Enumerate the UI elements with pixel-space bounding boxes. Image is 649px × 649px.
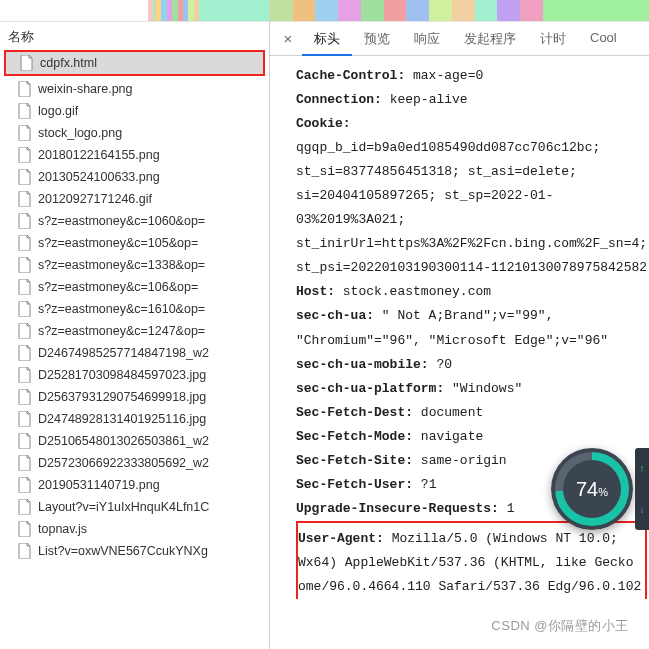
file-row[interactable]: Layout?v=iY1uIxHnquK4Lfn1C [0,496,269,518]
file-name: s?z=eastmoney&c=1060&op= [38,214,205,228]
header-row: Sec-Fetch-Mode: navigate [296,425,649,449]
close-icon[interactable]: × [274,30,302,47]
file-name: Layout?v=iY1uIxHnquK4Lfn1C [38,500,209,514]
file-row[interactable]: D25106548013026503861_w2 [0,430,269,452]
tab-标头[interactable]: 标头 [302,22,352,56]
tab-预览[interactable]: 预览 [352,22,402,56]
header-key: Host: [296,284,335,299]
gauge-value: 74% [576,478,608,501]
selection-highlight: cdpfx.html [4,50,265,76]
file-row[interactable]: stock_logo.png [0,122,269,144]
tab-bar: × 标头预览响应发起程序计时Cool [270,22,649,56]
header-key: Connection: [296,92,382,107]
file-row[interactable]: s?z=eastmoney&c=105&op= [0,232,269,254]
file-row[interactable]: D24748928131401925116.jpg [0,408,269,430]
file-row[interactable]: D25637931290754699918.jpg [0,386,269,408]
file-name: cdpfx.html [40,56,97,70]
file-name: weixin-share.png [38,82,133,96]
file-list: cdpfx.htmlweixin-share.pnglogo.gifstock_… [0,50,269,649]
file-icon [18,389,32,405]
file-row[interactable]: 20180122164155.png [0,144,269,166]
header-row: sec-ch-ua-platform: "Windows" [296,377,649,401]
file-icon [20,55,34,71]
file-name: s?z=eastmoney&c=106&op= [38,280,198,294]
file-icon [18,367,32,383]
file-row[interactable]: 20120927171246.gif [0,188,269,210]
file-icon [18,147,32,163]
file-name: s?z=eastmoney&c=1610&op= [38,302,205,316]
file-row[interactable]: logo.gif [0,100,269,122]
header-value: qgqp_b_id=b9a0ed1085490dd087cc706c12bc; … [296,140,647,275]
file-row[interactable]: s?z=eastmoney&c=1060&op= [0,210,269,232]
header-key: Cache-Control: [296,68,405,83]
header-value: 1 [499,501,515,516]
file-name: 20130524100633.png [38,170,160,184]
waterfall-strip-right [270,0,649,22]
header-key: User-Agent: [298,531,384,546]
file-row[interactable]: topnav.js [0,518,269,540]
file-row[interactable]: s?z=eastmoney&c=106&op= [0,276,269,298]
header-row: Connection: keep-alive [296,88,649,112]
file-row[interactable]: List?v=oxwVNE567CcukYNXg [0,540,269,562]
header-row: Cache-Control: max-age=0 [296,64,649,88]
performance-gauge[interactable]: 74% [551,448,633,530]
file-row[interactable]: D25281703098484597023.jpg [0,364,269,386]
file-name: topnav.js [38,522,87,536]
file-name: List?v=oxwVNE567CcukYNXg [38,544,208,558]
file-row[interactable]: D25723066922333805692_w2 [0,452,269,474]
header-row: sec-ch-ua-mobile: ?0 [296,353,649,377]
file-row[interactable]: s?z=eastmoney&c=1338&op= [0,254,269,276]
header-value: stock.eastmoney.com [335,284,491,299]
column-header-name[interactable]: 名称 [0,22,269,50]
header-key: sec-ch-ua-platform: [296,381,444,396]
header-value: keep-alive [382,92,468,107]
waterfall-strip [0,0,269,22]
file-row[interactable]: 20130524100633.png [0,166,269,188]
tab-发起程序[interactable]: 发起程序 [452,22,528,56]
header-key: Sec-Fetch-User: [296,477,413,492]
file-row[interactable]: s?z=eastmoney&c=1247&op= [0,320,269,342]
header-value: navigate [413,429,483,444]
header-value: same-origin [413,453,507,468]
file-icon [18,301,32,317]
file-name: 20190531140719.png [38,478,160,492]
user-agent-highlight: User-Agent: Mozilla/5.0 (Windows NT 10.0… [296,521,647,599]
file-name: D24748928131401925116.jpg [38,412,206,426]
tab-Cool[interactable]: Cool [578,22,629,56]
file-row[interactable]: s?z=eastmoney&c=1610&op= [0,298,269,320]
headers-view[interactable]: Cache-Control: max-age=0Connection: keep… [270,56,649,649]
file-icon [18,257,32,273]
file-name: D24674985257714847198_w2 [38,346,209,360]
file-name: s?z=eastmoney&c=105&op= [38,236,198,250]
header-key: Sec-Fetch-Mode: [296,429,413,444]
file-icon [18,279,32,295]
gauge-side-tab[interactable]: ↑ ↓ [635,448,649,530]
file-name: logo.gif [38,104,78,118]
arrow-down-icon: ↓ [635,489,649,530]
header-key: sec-ch-ua-mobile: [296,357,429,372]
header-key: Upgrade-Insecure-Requests: [296,501,499,516]
file-row[interactable]: 20190531140719.png [0,474,269,496]
file-name: 20180122164155.png [38,148,160,162]
header-value: "Windows" [444,381,522,396]
arrow-up-icon: ↑ [635,448,649,489]
file-icon [18,235,32,251]
file-icon [18,125,32,141]
file-icon [18,521,32,537]
tab-计时[interactable]: 计时 [528,22,578,56]
file-row[interactable]: weixin-share.png [0,78,269,100]
network-file-panel: 名称 cdpfx.htmlweixin-share.pnglogo.gifsto… [0,0,270,649]
file-icon [18,191,32,207]
header-key: Cookie: [296,116,351,131]
file-name: s?z=eastmoney&c=1247&op= [38,324,205,338]
header-value: ?1 [413,477,436,492]
header-row: Sec-Fetch-Dest: document [296,401,649,425]
file-icon [18,543,32,559]
file-row[interactable]: cdpfx.html [6,52,263,74]
file-name: 20120927171246.gif [38,192,152,206]
file-row[interactable]: D24674985257714847198_w2 [0,342,269,364]
header-value: max-age=0 [405,68,483,83]
tab-响应[interactable]: 响应 [402,22,452,56]
file-name: D25723066922333805692_w2 [38,456,209,470]
header-value: ?0 [429,357,452,372]
